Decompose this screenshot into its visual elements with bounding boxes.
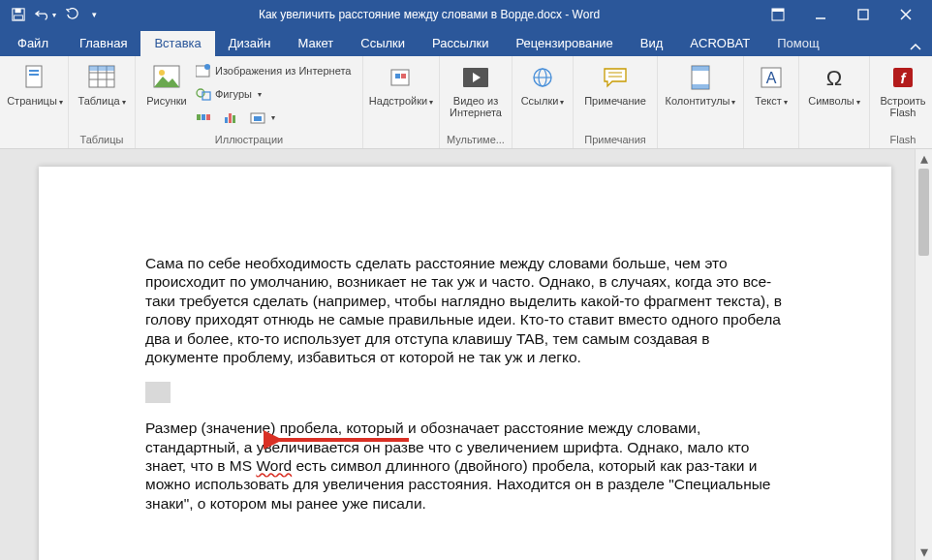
tab-references[interactable]: Ссылки <box>347 31 419 56</box>
window-controls <box>758 3 926 26</box>
maximize-button[interactable] <box>843 3 884 26</box>
svg-rect-27 <box>225 117 228 123</box>
tab-insert[interactable]: Вставка <box>140 31 214 56</box>
chart-icon <box>223 109 238 125</box>
tab-review[interactable]: Рецензирование <box>502 31 626 56</box>
tab-acrobat[interactable]: ACROBAT <box>676 31 763 56</box>
ribbon-group-addins: Надстройки▾ <box>363 56 440 148</box>
svg-rect-43 <box>692 84 709 89</box>
comment-label: Примечание <box>584 95 646 107</box>
online-video-label: Видео из Интернета <box>446 95 506 118</box>
online-images-icon <box>196 63 211 78</box>
tab-design[interactable]: Дизайн <box>215 31 285 56</box>
addins-label: Надстройки <box>369 95 427 107</box>
spellcheck-word: Word <box>256 457 292 474</box>
svg-rect-25 <box>202 114 205 120</box>
scroll-thumb[interactable] <box>918 169 929 256</box>
svg-point-22 <box>197 89 204 97</box>
link-icon <box>527 62 558 93</box>
paragraph-1: Сама по себе необходимость сделать расст… <box>145 254 785 366</box>
svg-text:Ω: Ω <box>826 66 842 89</box>
tab-home[interactable]: Главная <box>66 31 140 56</box>
smartart-button[interactable] <box>192 107 215 128</box>
online-images-button[interactable]: Изображения из Интернета <box>192 60 357 81</box>
tab-mailings[interactable]: Рассылки <box>419 31 502 56</box>
online-images-label: Изображения из Интернета <box>215 65 351 77</box>
collapse-ribbon-button[interactable] <box>899 39 932 56</box>
pages-button[interactable]: Страницы▾ <box>8 58 62 109</box>
svg-rect-10 <box>29 70 39 72</box>
text-label: Текст <box>755 95 782 107</box>
tab-file[interactable]: Файл <box>4 31 62 56</box>
svg-rect-11 <box>29 74 39 76</box>
screenshot-button[interactable]: ▾ <box>246 107 275 128</box>
paragraph-space-demo <box>145 382 785 403</box>
minimize-button[interactable] <box>800 3 841 26</box>
ribbon-group-media: Видео из Интернета Мультиме... <box>440 56 513 148</box>
header-footer-button[interactable]: Колонтитулы▾ <box>664 58 737 109</box>
pages-label: Страницы <box>7 95 57 107</box>
svg-rect-2 <box>15 16 23 19</box>
scroll-up-button[interactable]: ▴ <box>916 149 932 167</box>
svg-rect-33 <box>395 74 400 78</box>
svg-rect-9 <box>26 66 42 87</box>
links-button[interactable]: Ссылки▾ <box>518 58 567 109</box>
save-button[interactable] <box>6 3 31 26</box>
scroll-down-button[interactable]: ▾ <box>916 543 932 560</box>
video-icon <box>460 62 491 93</box>
flash-group-label: Flash <box>876 132 930 148</box>
svg-rect-28 <box>229 113 232 123</box>
addins-button[interactable]: Надстройки▾ <box>369 58 433 109</box>
ribbon-group-flash: f Встроить Flash Flash <box>870 56 932 148</box>
svg-point-21 <box>204 64 210 70</box>
table-label: Таблица <box>78 95 119 107</box>
header-footer-icon <box>685 62 716 93</box>
svg-rect-34 <box>401 74 406 78</box>
illustrations-group-label: Иллюстрации <box>141 132 357 148</box>
close-button[interactable] <box>885 3 926 26</box>
svg-rect-17 <box>89 66 114 71</box>
screenshot-icon <box>250 109 265 125</box>
tab-help[interactable]: Помощ <box>763 31 832 56</box>
ribbon-group-header-footer: Колонтитулы▾ <box>658 56 744 148</box>
undo-button[interactable]: ▾ <box>33 3 58 26</box>
table-button[interactable]: Таблица▾ <box>75 58 129 109</box>
ribbon-group-tables: Таблица▾ Таблицы <box>69 56 136 148</box>
shapes-icon <box>196 86 211 102</box>
comments-group-label: Примечания <box>579 132 651 148</box>
selected-space-character <box>145 382 171 403</box>
red-arrow-annotation <box>264 426 419 453</box>
svg-text:A: A <box>766 70 777 86</box>
symbols-button[interactable]: Ω Символы▾ <box>805 58 863 109</box>
vertical-scrollbar[interactable]: ▴ ▾ <box>915 149 932 560</box>
svg-rect-6 <box>858 10 868 19</box>
chart-button[interactable] <box>219 107 242 128</box>
shapes-label: Фигуры <box>215 88 252 100</box>
text-icon: A <box>756 62 787 93</box>
document-page[interactable]: Сама по себе необходимость сделать расст… <box>39 167 891 560</box>
svg-rect-26 <box>206 114 210 120</box>
ribbon-options-button[interactable] <box>758 3 798 26</box>
flash-label: Встроить Flash <box>876 95 930 118</box>
online-video-button[interactable]: Видео из Интернета <box>446 58 506 118</box>
quick-access-toolbar: ▾ ▾ <box>6 3 101 26</box>
shapes-button[interactable]: Фигуры▾ <box>192 83 357 105</box>
comment-button[interactable]: Примечание <box>579 58 651 107</box>
tab-view[interactable]: Вид <box>627 31 677 56</box>
tab-layout[interactable]: Макет <box>284 31 347 56</box>
svg-rect-1 <box>16 9 21 13</box>
redo-button[interactable] <box>60 3 85 26</box>
ribbon-group-pages: Страницы▾ <box>0 56 69 148</box>
ribbon-group-links: Ссылки▾ <box>513 56 574 148</box>
text-button[interactable]: A Текст▾ <box>750 58 792 109</box>
qat-customize[interactable]: ▾ <box>87 3 101 26</box>
symbols-label: Символы <box>808 95 854 107</box>
ribbon-group-symbols: Ω Символы▾ <box>799 56 870 148</box>
flash-button[interactable]: f Встроить Flash <box>876 58 930 118</box>
pages-icon <box>19 62 50 93</box>
pictures-button[interactable]: Рисунки <box>141 58 192 128</box>
pictures-icon <box>151 62 182 93</box>
svg-rect-42 <box>692 66 709 71</box>
titlebar: ▾ ▾ Как увеличить расстояние между слова… <box>0 0 932 29</box>
smartart-icon <box>196 109 211 125</box>
